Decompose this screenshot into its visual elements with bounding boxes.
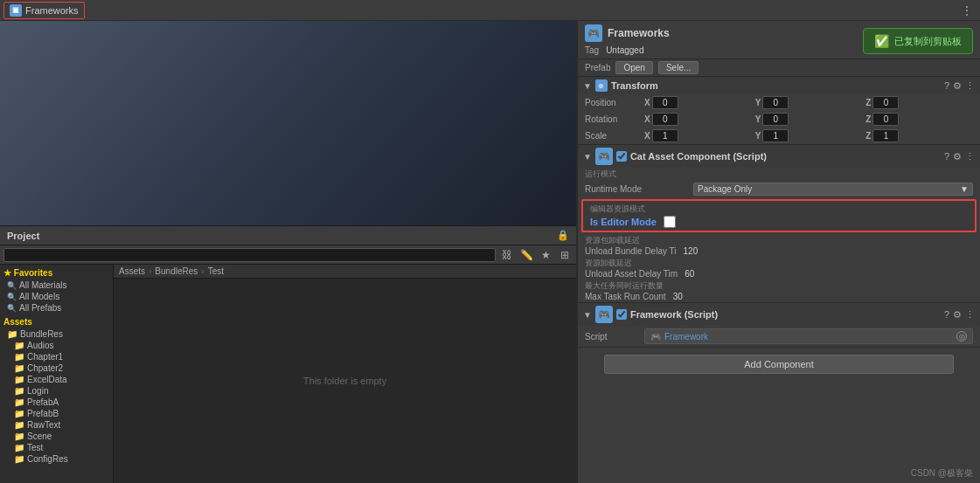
scale-label: Scale <box>585 131 637 141</box>
unload-asset-value: 60 <box>685 269 694 279</box>
add-component-button[interactable]: Add Component <box>604 355 954 374</box>
toast-notification: ✅ 已复制到剪贴板 <box>863 28 973 54</box>
open-btn[interactable]: Open <box>615 61 652 74</box>
rotation-x-label: X <box>644 114 650 124</box>
rotation-x-input[interactable] <box>652 113 678 126</box>
component-name: Frameworks <box>608 27 670 39</box>
framework-menu-icon[interactable]: ⋮ <box>965 309 975 321</box>
folder-login[interactable]: 📁 Login <box>10 385 109 397</box>
csdn-watermark: CSDN @极客柴 <box>911 467 973 480</box>
position-z-field: Z <box>865 96 973 109</box>
unload-bundle-value: 120 <box>684 246 699 256</box>
folder-icon-prefaba: 📁 <box>14 397 24 407</box>
scale-z-input[interactable] <box>872 129 899 142</box>
search-model-icon: 🔍 <box>7 293 17 301</box>
search-small-icon: 🔍 <box>7 281 17 290</box>
folder-exceldata[interactable]: 📁 ExcelData <box>10 374 109 385</box>
rotation-z-input[interactable] <box>872 113 899 126</box>
scale-z-label: Z <box>865 131 871 141</box>
folder-prefabb[interactable]: 📁 PrefabB <box>10 408 109 419</box>
folder-icon-chapter1: 📁 <box>14 352 24 362</box>
tag-value[interactable]: Untagged <box>606 45 643 55</box>
left-panel: Project 🔒 ⛓ ✏️ ★ ⊞ ★ Favorites 🔍 All M <box>0 21 577 483</box>
folder-configres[interactable]: 📁 ConfigRes <box>10 453 109 465</box>
position-y-input[interactable] <box>762 96 789 109</box>
editor-mode-section: 编辑器资源模式 Is Editor Mode <box>581 199 977 232</box>
framework-settings-icon[interactable]: ⚙ <box>953 309 962 321</box>
folder-audios[interactable]: 📁 Audios <box>10 340 109 351</box>
folder-icon-exceldata: 📁 <box>14 375 24 384</box>
assets-empty-message: This folder is empty <box>114 279 576 483</box>
breadcrumb-test: Test <box>208 266 224 276</box>
folder-chapter1[interactable]: 📁 Chapter1 <box>10 351 109 362</box>
frameworks-header-item[interactable]: ▣ Frameworks <box>3 2 85 19</box>
link-icon-btn[interactable]: ⛓ <box>499 247 515 263</box>
star-icon-btn[interactable]: ★ <box>538 247 553 263</box>
runtime-mode-label: Runtime Mode <box>585 184 690 194</box>
folder-label-chapter1: Chapter1 <box>27 352 63 362</box>
rotation-label: Rotation <box>585 114 637 124</box>
script-value-field[interactable]: 🎮 Framework ◎ <box>644 328 973 344</box>
scale-y-input[interactable] <box>762 129 789 142</box>
assets-main: Assets › BundleRes › Test This folder is… <box>114 265 576 483</box>
brush-icon-btn[interactable]: ✏️ <box>518 247 534 263</box>
folder-icon-configres: 📁 <box>14 454 24 464</box>
fav-all-models[interactable]: 🔍 All Models <box>3 291 109 302</box>
editor-mode-row: Is Editor Mode <box>590 216 968 228</box>
transform-header: ▼ ⊕ Transform ? ⚙ ⋮ <box>578 77 980 94</box>
framework-checkbox[interactable] <box>616 309 627 320</box>
project-content: ★ Favorites 🔍 All Materials 🔍 All Models… <box>0 265 576 483</box>
transform-help-icon[interactable]: ? <box>944 80 949 92</box>
rotation-z-field: Z <box>865 113 973 126</box>
fav-all-materials[interactable]: 🔍 All Materials <box>3 279 109 291</box>
toast-message: 已复制到剪贴板 <box>894 35 962 48</box>
folder-rawtext[interactable]: 📁 RawText <box>10 419 109 431</box>
scale-x-field: X <box>644 129 752 142</box>
runtime-mode-dropdown[interactable]: Package Only ▼ <box>693 183 973 196</box>
script-circle-icon: ◎ <box>956 331 967 342</box>
transform-menu-icon[interactable]: ⋮ <box>965 80 975 92</box>
prefab-label: Prefab <box>585 63 610 72</box>
position-x-input[interactable] <box>652 96 678 109</box>
cat-help-icon[interactable]: ? <box>944 151 949 162</box>
cat-asset-actions: ? ⚙ ⋮ <box>944 151 975 162</box>
cat-asset-title: Cat Asset Component (Script) <box>630 151 941 162</box>
framework-section-actions: ? ⚙ ⋮ <box>944 309 975 321</box>
position-y-label: Y <box>755 98 761 107</box>
fav-all-prefabs[interactable]: 🔍 All Prefabs <box>3 302 109 314</box>
grid-icon-btn[interactable]: ⊞ <box>557 247 573 263</box>
folder-chpater2[interactable]: 📁 Chpater2 <box>10 362 109 374</box>
transform-settings-icon[interactable]: ⚙ <box>953 80 962 92</box>
game-controller-icon: 🎮 <box>585 24 602 42</box>
cat-asset-checkbox[interactable] <box>616 151 627 162</box>
runtime-mode-value: Package Only <box>698 184 752 194</box>
assets-title: Assets <box>3 317 109 327</box>
runtime-mode-cn: 运行模式 <box>578 168 980 181</box>
framework-help-icon[interactable]: ? <box>944 309 949 321</box>
cat-asset-header: ▼ 🎮 Cat Asset Component (Script) ? ⚙ ⋮ <box>578 145 980 168</box>
rotation-y-input[interactable] <box>762 113 789 126</box>
transform-rotation-row: Rotation X Y Z <box>578 111 980 128</box>
scale-x-input[interactable] <box>652 129 678 142</box>
scale-y-label: Y <box>755 131 761 141</box>
folder-bundleres[interactable]: 📁 BundleRes <box>3 328 109 340</box>
kebab-icon[interactable]: ⋮ <box>957 3 977 17</box>
unload-bundle-cn: 资源包卸载延迟 <box>585 235 973 246</box>
cat-settings-icon[interactable]: ⚙ <box>953 151 962 162</box>
search-input[interactable] <box>3 248 496 262</box>
folder-test[interactable]: 📁 Test <box>10 442 109 453</box>
position-z-input[interactable] <box>872 96 899 109</box>
folder-prefaba[interactable]: 📁 PrefabA <box>10 397 109 408</box>
folder-label-prefabb: PrefabB <box>27 409 59 418</box>
folder-icon-rawtext: 📁 <box>14 420 24 430</box>
select-btn[interactable]: Sele... <box>658 61 699 74</box>
breadcrumb-bundleres: BundleRes <box>155 266 198 276</box>
folder-scene[interactable]: 📁 Scene <box>10 431 109 442</box>
folder-icon-chpater2: 📁 <box>14 363 24 373</box>
framework-icon: ▣ <box>10 4 22 17</box>
script-label: Script <box>585 332 637 342</box>
cat-menu-icon[interactable]: ⋮ <box>965 151 975 162</box>
editor-mode-checkbox[interactable] <box>664 216 676 228</box>
position-label: Position <box>585 98 637 107</box>
cat-asset-arrow: ▼ <box>583 152 592 162</box>
